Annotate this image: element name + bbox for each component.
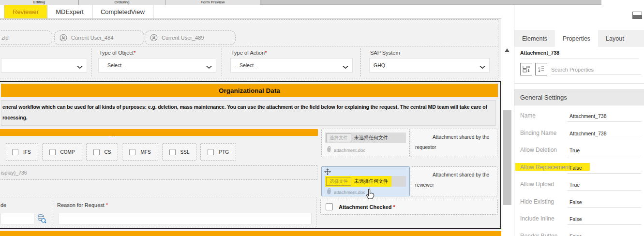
property-row: Hide Existing False	[514, 196, 644, 214]
search-properties-input[interactable]	[551, 67, 641, 75]
attached-file-name: attachment.doc	[334, 190, 365, 195]
dropdown-field-group: Type of Object* -- Select --	[93, 46, 220, 78]
attached-file-row[interactable]: attachment.doc	[326, 146, 365, 155]
file-input: 选择文件 未选择任何文件	[325, 133, 406, 143]
sort-alphabetical-button[interactable]: A	[535, 63, 547, 75]
bottom-left-fields: de Reason for Request *	[0, 197, 316, 227]
dropdown-select[interactable]: -- Select --	[230, 58, 353, 73]
attachment-reviewer-field-selected[interactable]: 选择文件 未选择任何文件 attachment.doc	[321, 166, 410, 196]
database-search-icon[interactable]	[37, 214, 46, 225]
share-label-text: Attachment shared by the reviewer	[411, 167, 497, 190]
form-view-tab[interactable]: MDExpert	[47, 5, 92, 18]
property-row: Allow Replacement False	[514, 162, 644, 179]
checkbox-label: SSL	[180, 149, 190, 155]
choose-file-button[interactable]: 选择文件	[326, 133, 351, 142]
checkbox-label: CS	[105, 149, 111, 155]
form-view-tabbar: ReviewerMDExpertCompletedView	[0, 5, 501, 19]
display-field[interactable]: isplay)_736	[0, 165, 317, 180]
person-icon	[60, 34, 67, 42]
property-value[interactable]: Attachment_738	[569, 113, 606, 119]
checkbox-label: COMP	[60, 149, 75, 155]
property-row: Render Button False	[514, 231, 644, 236]
designer-mode-tabbar: EditingOrderingForm Preview	[0, 0, 601, 5]
property-value[interactable]: False	[569, 199, 582, 205]
dropdown-field-group: SAP System* GHQ	[364, 46, 494, 78]
checkbox[interactable]	[49, 149, 56, 155]
paperclip-icon	[326, 146, 332, 155]
sort-categorized-button[interactable]	[520, 63, 532, 75]
dropdown-select[interactable]	[1, 58, 87, 73]
property-row: Include Inline False	[514, 213, 644, 231]
scrollbar-thumb[interactable]	[503, 110, 511, 205]
selected-element-name: Attachment_738	[520, 50, 559, 56]
bottom-section-bar	[0, 231, 502, 236]
current-user-field[interactable]: Current User_484	[54, 30, 144, 45]
form-view-tab[interactable]: Reviewer	[4, 5, 47, 18]
property-value-underline	[568, 173, 641, 174]
property-label: Allow Upload	[520, 181, 554, 188]
property-row: Allow Deletion True	[514, 145, 644, 162]
designer-mode-tab[interactable]: Editing	[0, 0, 79, 5]
id-field[interactable]: zId	[0, 30, 52, 45]
person-icon	[150, 34, 158, 42]
user-fields-row: zId Current User_484 Current User_489	[0, 19, 498, 46]
designer-mode-tab[interactable]: Ordering	[79, 0, 165, 5]
divider	[520, 59, 639, 59]
dropdown-select[interactable]: GHQ	[369, 58, 490, 73]
organizational-data-section: Organizational Data eneral workflow whic…	[0, 81, 501, 229]
dropdown-field-label: SAP System*	[370, 50, 400, 56]
checkbox-label: PTG	[219, 149, 229, 155]
info-text-line2: rocessing.	[2, 115, 493, 120]
attachment-checked-checkbox[interactable]	[326, 203, 333, 210]
property-value[interactable]: False	[569, 216, 582, 222]
property-label: Binding Name	[520, 130, 556, 136]
checkbox[interactable]	[12, 149, 18, 155]
no-file-chosen-text: 未选择任何文件	[354, 178, 388, 185]
choose-file-button[interactable]: 选择文件	[326, 177, 351, 186]
current-user-field[interactable]: Current User_489	[145, 30, 236, 45]
required-marker: *	[393, 204, 395, 210]
field-divider	[360, 48, 361, 76]
dropdown-select[interactable]: -- Select --	[98, 58, 216, 73]
property-value-underline	[568, 121, 641, 122]
attached-file-row[interactable]: attachment.doc	[326, 188, 365, 197]
division-checkbox-field: PTG	[200, 143, 236, 161]
property-value[interactable]: Attachment_738	[569, 131, 606, 136]
code-field-label: de	[0, 202, 6, 208]
checkbox[interactable]	[129, 149, 135, 155]
property-value[interactable]: True	[569, 148, 580, 153]
form-view-tab[interactable]: CompletedView	[92, 5, 153, 18]
panel-tab[interactable]: Properties	[555, 30, 598, 47]
dropdown-field-label: Type of Object*	[99, 50, 135, 56]
general-settings-header[interactable]: General Settings	[514, 89, 644, 105]
checkbox[interactable]	[208, 149, 214, 155]
info-text-line1: eneral workflow which can be used for al…	[2, 104, 493, 110]
section-divider-bar	[0, 129, 318, 136]
checkbox[interactable]	[169, 149, 176, 155]
property-value[interactable]: False	[569, 165, 582, 171]
current-user-label: Current User_484	[71, 35, 113, 41]
dropdown-field-label: Type of Action*	[231, 50, 267, 56]
attachment-requestor-field: 选择文件 未选择任何文件 attachment.doc	[321, 129, 410, 157]
property-value[interactable]: True	[569, 182, 580, 188]
checkbox-label: MFS	[140, 149, 150, 155]
property-label: Include Inline	[520, 215, 554, 222]
property-label: Render Button	[520, 233, 557, 236]
reason-input[interactable]	[58, 213, 312, 224]
panel-tab[interactable]: Elements	[514, 30, 555, 47]
chevron-down-icon	[206, 64, 212, 70]
designer-mode-tab[interactable]: Form Preview	[165, 0, 260, 5]
no-file-chosen-text: 未选择任何文件	[354, 134, 388, 141]
dock-panel-icon[interactable]	[632, 12, 642, 19]
attachment-checked-label: Attachment Checked *	[339, 204, 395, 210]
file-input-highlighted: 选择文件 未选择任何文件	[325, 176, 406, 187]
section-header-title: Organizational Data	[219, 87, 280, 94]
property-value[interactable]: False	[569, 234, 582, 236]
info-text-box: eneral workflow which can be used for al…	[1, 100, 496, 126]
panel-tab[interactable]: Layout	[598, 30, 632, 47]
checkbox[interactable]	[93, 149, 100, 155]
share-label-text: Attachment shared by the requestor	[411, 129, 497, 152]
field-divider	[91, 48, 91, 76]
scroll-up-arrow[interactable]	[505, 48, 509, 52]
code-input[interactable]	[0, 213, 34, 224]
